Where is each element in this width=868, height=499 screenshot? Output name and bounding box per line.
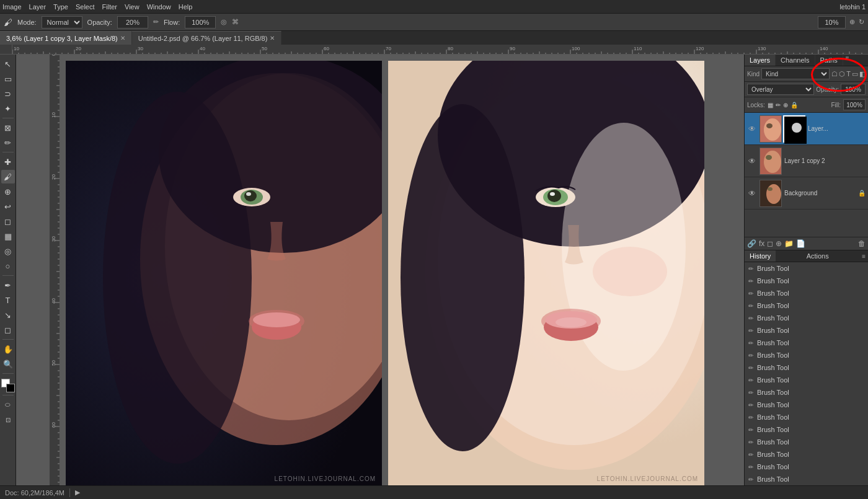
gradient-tool[interactable]: ▦ [1,229,15,243]
history-item-9[interactable]: ✏ Brush Tool [745,374,868,386]
history-item-11[interactable]: ✏ Brush Tool [745,399,868,411]
adjustment-filter-icon[interactable]: ⬡ [839,70,845,78]
lock-position-icon[interactable]: ✏ [776,102,781,108]
history-item-17[interactable]: ✏ Brush Tool [745,473,868,485]
lasso-tool[interactable]: ⊃ [1,87,15,100]
history-item-15[interactable]: ✏ Brush Tool [745,448,868,461]
tab-layer1copy3[interactable]: 3,6% (Layer 1 copy 3, Layer Mask/8) ✕ [0,31,132,45]
panel-collapse-btn[interactable]: ≡ [843,55,852,66]
history-tab[interactable]: History [745,250,776,262]
layers-tab[interactable]: Layers [745,55,776,66]
type-tool[interactable]: T [1,293,15,307]
history-item-3[interactable]: ✏ Brush Tool [745,299,868,312]
layer-visibility-1[interactable]: 👁 [747,156,757,166]
delete-layer-btn[interactable]: 🗑 [858,239,866,248]
fill-input[interactable] [843,99,866,110]
history-brush-tool[interactable]: ↩ [1,200,15,213]
shape-tool[interactable]: ◻ [1,323,15,337]
history-item-5[interactable]: ✏ Brush Tool [745,324,868,337]
mode-select[interactable]: Normal [42,16,82,29]
background-color[interactable] [6,384,15,392]
menu-layer[interactable]: Layer [29,3,46,11]
type-filter-icon[interactable]: T [846,70,851,78]
history-item-14[interactable]: ✏ Brush Tool [745,436,868,448]
ruler-corner [0,45,12,55]
toolbar-separator-1 [2,118,14,118]
layer-visibility-2[interactable]: 👁 [747,188,757,198]
channels-tab[interactable]: Channels [776,55,815,66]
zoom-input[interactable] [818,16,846,29]
layer-visibility-0[interactable]: 👁 [747,124,757,134]
pixel-filter-icon[interactable]: ☖ [831,70,838,78]
menu-view[interactable]: View [125,3,140,11]
user-account[interactable]: letohin 1 [839,3,866,11]
add-mask-btn[interactable]: ◻ [767,239,773,248]
new-layer-btn[interactable]: 📄 [796,239,805,248]
menu-help[interactable]: Help [179,3,193,11]
layer-item-2[interactable]: 👁 Background 🔒 [745,177,868,210]
document-tabs: 3,6% (Layer 1 copy 3, Layer Mask/8) ✕ Un… [0,31,868,45]
playback-start-btn[interactable]: ▶ [75,488,80,497]
menu-type[interactable]: Type [53,3,68,11]
history-item-16[interactable]: ✏ Brush Tool [745,461,868,473]
history-item-1[interactable]: ✏ Brush Tool [745,275,868,287]
screen-mode-btn[interactable]: ⊡ [1,413,15,426]
magic-wand-tool[interactable]: ✦ [1,102,15,115]
menu-filter[interactable]: Filter [102,3,117,11]
layer-item-1[interactable]: 👁 Layer 1 copy 2 [745,145,868,177]
brush-tool[interactable]: 🖌 [1,170,15,183]
move-tool[interactable]: ↖ [1,57,15,71]
history-item-4[interactable]: ✏ Brush Tool [745,312,868,324]
opacity-input[interactable] [841,84,866,95]
blur-tool[interactable]: ◎ [1,244,15,258]
blend-mode-select[interactable]: Overlay Normal Multiply Screen [747,84,814,95]
menu-image[interactable]: Image [2,3,22,11]
zoom-tool[interactable]: 🔍 [1,357,15,371]
tab-close-1[interactable]: ✕ [120,35,125,42]
dodge-tool[interactable]: ○ [1,259,15,273]
hand-tool[interactable]: ✋ [1,342,15,356]
eraser-tool[interactable]: ◻ [1,214,15,228]
menu-window[interactable]: Window [147,3,171,11]
flow-input[interactable] [185,16,216,29]
brush-history-icon-16: ✏ [748,464,753,470]
lock-pixels-icon[interactable]: ▦ [768,102,773,108]
brush-history-icon-1: ✏ [748,278,753,285]
canvas-area[interactable]: LETOHIN.LIVEJOURNAL.COM [16,55,744,485]
history-item-13[interactable]: ✏ Brush Tool [745,423,868,436]
path-select-tool[interactable]: ↘ [1,308,15,322]
eyedropper-tool[interactable]: ✏ [1,136,15,149]
actions-tab[interactable]: Actions [802,250,834,262]
brush-history-icon-7: ✏ [748,352,753,359]
history-item-10[interactable]: ✏ Brush Tool [745,386,868,399]
layer-item-0[interactable]: 👁 [745,113,868,145]
crop-tool[interactable]: ⊠ [1,121,15,135]
shape-filter-icon[interactable]: ▭ [852,70,858,78]
history-item-6[interactable]: ✏ Brush Tool [745,337,868,349]
new-adjustment-btn[interactable]: ⊕ [776,239,782,248]
history-item-0[interactable]: ✏ Brush Tool [745,262,868,275]
history-item-2[interactable]: ✏ Brush Tool [745,287,868,299]
history-item-8[interactable]: ✏ Brush Tool [745,361,868,374]
history-expand-btn[interactable]: ≡ [859,253,868,260]
lock-all-icon[interactable]: 🔒 [790,102,798,108]
quick-mask-btn[interactable]: ⬭ [1,398,15,412]
tab-untitled2[interactable]: Untitled-2.psd @ 66.7% (Layer 11, RGB/8)… [132,31,282,45]
history-item-12[interactable]: ✏ Brush Tool [745,411,868,423]
paths-tab[interactable]: Paths [815,55,843,66]
add-layer-style-btn[interactable]: fx [759,239,764,248]
smartobj-filter-icon[interactable]: ◧ [859,70,866,78]
lock-artboard-icon[interactable]: ⊕ [783,102,788,108]
history-item-7[interactable]: ✏ Brush Tool [745,349,868,361]
kind-select[interactable]: Kind [761,68,830,79]
opacity-input[interactable] [117,16,148,29]
marquee-tool[interactable]: ▭ [1,72,15,86]
clone-tool[interactable]: ⊕ [1,185,15,198]
link-layers-btn[interactable]: 🔗 [747,239,756,248]
pen-tool[interactable]: ✒ [1,278,15,292]
healing-tool[interactable]: ✚ [1,155,15,169]
tab-close-2[interactable]: ✕ [270,35,275,42]
new-group-btn[interactable]: 📁 [784,239,794,248]
menu-select[interactable]: Select [76,3,95,11]
foreground-background-colors [1,379,15,392]
